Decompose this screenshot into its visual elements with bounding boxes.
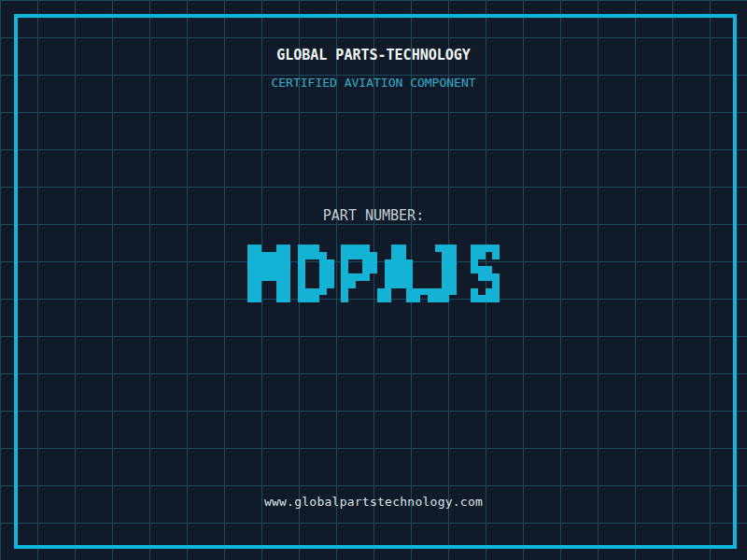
company-name: GLOBAL PARTS-TECHNOLOGY <box>0 47 747 63</box>
website-url: www.globalpartstechnology.com <box>0 495 747 509</box>
part-number-display <box>247 245 500 302</box>
part-number-label: PART NUMBER: <box>0 207 747 224</box>
certification-line: CERTIFIED AVIATION COMPONENT <box>0 76 747 90</box>
certificate-screen: GLOBAL PARTS-TECHNOLOGY CERTIFIED AVIATI… <box>0 0 747 560</box>
